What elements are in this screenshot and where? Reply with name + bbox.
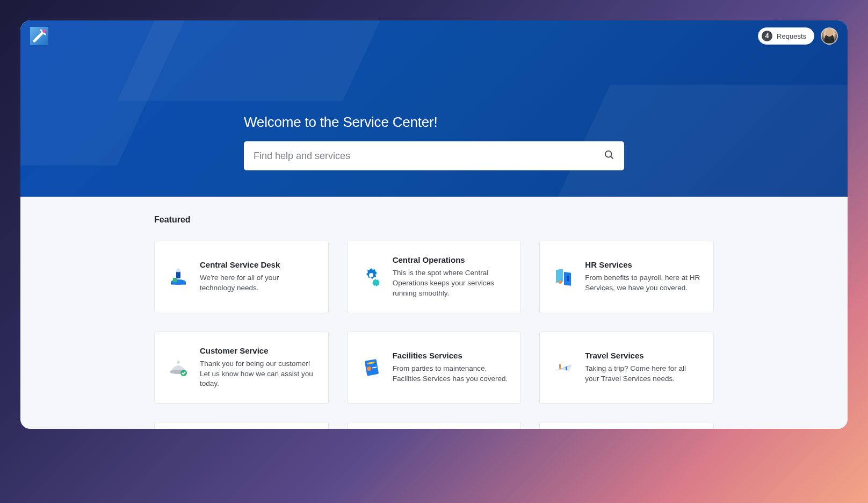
svg-point-11 xyxy=(559,281,562,284)
card-hr-services[interactable]: HR Services From benefits to payroll, he… xyxy=(539,241,714,313)
svg-rect-20 xyxy=(559,364,561,369)
featured-heading: Featured xyxy=(154,215,714,225)
card-title: HR Services xyxy=(585,260,700,269)
card-title: Customer Service xyxy=(200,346,315,355)
card-description: We're here for all of your technology ne… xyxy=(200,273,315,293)
card-customer-service[interactable]: Customer Service Thank you for being our… xyxy=(154,332,329,404)
hr-icon xyxy=(553,266,574,288)
card-description: From benefits to payroll, here at HR Ser… xyxy=(585,273,700,293)
card-title: Central Operations xyxy=(393,255,508,264)
page-title: Welcome to the Service Center! xyxy=(244,114,624,131)
requests-label: Requests xyxy=(777,32,806,40)
card-description: Thank you for being our customer! Let us… xyxy=(200,359,315,390)
svg-point-2 xyxy=(605,151,612,157)
requests-count-badge: 4 xyxy=(762,31,772,41)
card-central-operations[interactable]: Central Operations This is the spot wher… xyxy=(347,241,522,313)
search-input[interactable] xyxy=(254,150,604,162)
header-bar: 4 Requests xyxy=(20,20,848,52)
facilities-icon xyxy=(360,357,382,378)
card-title: Facilities Services xyxy=(393,351,508,360)
card-description: Taking a trip? Come here for all your Tr… xyxy=(585,364,700,384)
card-title: Travel Services xyxy=(585,351,700,360)
card-central-service-desk[interactable]: Central Service Desk We're here for all … xyxy=(154,241,329,313)
card-placeholder[interactable] xyxy=(154,422,329,429)
card-travel-services[interactable]: Travel Services Taking a trip? Come here… xyxy=(539,332,714,404)
svg-rect-21 xyxy=(566,367,567,370)
card-placeholder[interactable] xyxy=(539,422,714,429)
svg-rect-9 xyxy=(556,269,563,283)
svg-point-6 xyxy=(177,269,180,272)
service-desk-icon xyxy=(168,266,189,288)
svg-point-18 xyxy=(367,367,371,371)
travel-icon xyxy=(553,357,574,378)
featured-grid: Central Service Desk We're here for all … xyxy=(154,241,714,429)
customer-service-icon xyxy=(168,357,189,378)
svg-line-3 xyxy=(611,156,613,159)
svg-rect-16 xyxy=(364,359,379,376)
svg-rect-12 xyxy=(567,276,569,281)
app-window: 4 Requests Welcome to the Service Center… xyxy=(20,20,848,429)
search-box[interactable] xyxy=(244,141,624,170)
card-facilities-services[interactable]: Facilities Services From parties to main… xyxy=(347,332,522,404)
svg-point-14 xyxy=(177,361,180,364)
card-description: From parties to maintenance, Facilities … xyxy=(393,364,508,384)
svg-rect-5 xyxy=(176,271,180,278)
card-placeholder[interactable] xyxy=(347,422,522,429)
app-logo-icon[interactable] xyxy=(30,27,48,45)
requests-button[interactable]: 4 Requests xyxy=(758,27,814,45)
operations-icon xyxy=(360,266,382,288)
hero-banner: 4 Requests Welcome to the Service Center… xyxy=(20,20,848,197)
svg-rect-7 xyxy=(173,278,177,282)
hero-content: Welcome to the Service Center! xyxy=(244,52,624,170)
user-avatar-icon[interactable] xyxy=(821,27,838,45)
content-area: Featured Central Service Desk We're here… xyxy=(154,197,714,429)
search-icon[interactable] xyxy=(604,149,614,162)
header-right: 4 Requests xyxy=(758,27,838,45)
svg-point-8 xyxy=(369,273,373,277)
svg-point-1 xyxy=(42,30,46,33)
card-title: Central Service Desk xyxy=(200,260,315,269)
card-description: This is the spot where Central Operation… xyxy=(393,268,508,299)
